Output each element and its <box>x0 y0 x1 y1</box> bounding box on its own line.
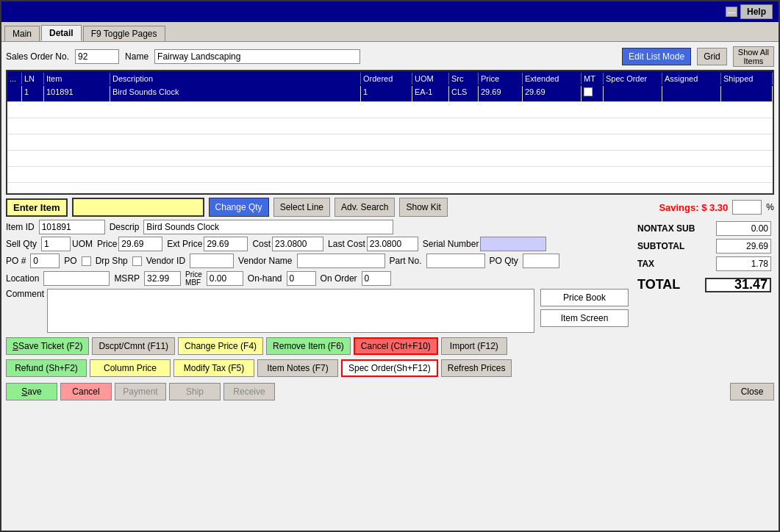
savings-text: Savings: $ 3.30 <box>659 202 728 213</box>
payment-button[interactable]: Payment <box>115 383 166 400</box>
ship-button[interactable]: Ship <box>169 383 221 400</box>
tab-detail[interactable]: Detail <box>41 25 82 41</box>
on-hand-label: On-hand <box>248 273 282 284</box>
cell-price: 29.69 <box>479 86 523 102</box>
tab-f9toggle[interactable]: F9 Toggle Pages <box>83 26 165 41</box>
price-book-button[interactable]: Price Book <box>540 289 629 306</box>
ext-price-input[interactable] <box>204 237 248 251</box>
msrp-input[interactable] <box>144 271 181 286</box>
last-cost-input[interactable] <box>367 237 418 251</box>
on-order-input[interactable] <box>362 271 391 286</box>
adv-search-button[interactable]: Adv. Search <box>334 198 395 217</box>
price-group: Price <box>97 237 162 251</box>
edit-list-mode-button[interactable]: Edit List Mode <box>622 48 691 65</box>
po-vendor-row: PO # PO Drp Shp Vendor ID Vendor Name Pa… <box>6 254 629 268</box>
sell-qty-input[interactable] <box>41 237 71 251</box>
action-row-2: Refund (Sh+F2) Column Price Modify Tax (… <box>6 359 774 377</box>
cell-spec-order <box>604 86 662 102</box>
cancel-button[interactable]: Cancel <box>60 383 112 400</box>
serial-number-input[interactable] <box>480 237 546 251</box>
location-input[interactable] <box>43 271 110 286</box>
col-uom: UOM <box>412 73 449 85</box>
tab-main[interactable]: Main <box>4 26 40 41</box>
main-content: Sales Order No. Name Edit List Mode Grid… <box>1 42 779 531</box>
nontax-sub-row: NONTAX SUB <box>634 220 774 237</box>
tax-value[interactable] <box>716 256 771 271</box>
total-value[interactable] <box>705 278 771 292</box>
enter-item-input[interactable] <box>72 198 204 217</box>
col-price: Price <box>479 73 523 85</box>
change-price-button[interactable]: Change Price (F4) <box>178 337 263 355</box>
help-button[interactable]: Help <box>740 4 773 19</box>
col-item: Item <box>44 73 110 85</box>
po-num-input[interactable] <box>30 254 60 268</box>
drp-shp-checkbox[interactable] <box>132 256 142 266</box>
show-all-items-button[interactable]: Show AllItems <box>733 46 774 67</box>
cancel-ctrl-f10-button[interactable]: Cancel (Ctrl+F10) <box>354 337 438 355</box>
sales-order-label: Sales Order No. <box>6 51 69 62</box>
subtotal-row: SUBTOTAL <box>634 237 774 255</box>
spec-order-button[interactable]: Spec Order(Sh+F12) <box>341 359 438 377</box>
close-button[interactable]: Close <box>730 383 774 400</box>
po-label: PO <box>64 256 76 266</box>
name-input[interactable] <box>154 49 360 64</box>
refund-button[interactable]: Refund (Sh+F2) <box>6 359 87 377</box>
empty-row <box>7 102 773 118</box>
savings-percent-input[interactable] <box>732 200 762 215</box>
vendor-id-label: Vendor ID <box>146 256 185 266</box>
import-f12-button[interactable]: Import (F12) <box>441 337 507 355</box>
item-id-row: Item ID Descrip <box>6 220 629 234</box>
grid-button[interactable]: Grid <box>697 48 727 65</box>
col-src: Src <box>449 73 479 85</box>
vendor-name-input[interactable] <box>297 254 385 268</box>
item-screen-button[interactable]: Item Screen <box>540 309 629 327</box>
po-num-label: PO # <box>6 256 26 266</box>
change-qty-button[interactable]: Change Qty <box>209 198 269 217</box>
col-shipped: Shipped <box>721 73 773 85</box>
item-id-input[interactable] <box>39 220 105 234</box>
descrip-input[interactable] <box>143 220 393 234</box>
cell-shipped <box>721 86 773 102</box>
part-no-input[interactable] <box>426 254 485 268</box>
location-row: Location MSRP PriceMBF On-hand On Order <box>6 270 629 287</box>
modify-tax-button[interactable]: Modify Tax (F5) <box>173 359 254 377</box>
show-kit-button[interactable]: Show Kit <box>399 198 447 217</box>
title-bar-controls: — Help <box>726 4 773 19</box>
col-ordered: Ordered <box>361 73 412 85</box>
sales-order-input[interactable] <box>75 49 119 64</box>
item-notes-button[interactable]: Item Notes (F7) <box>257 359 338 377</box>
price-mbf-input[interactable] <box>207 271 243 286</box>
minimize-button[interactable]: — <box>726 7 737 17</box>
price-label: Price <box>97 239 117 249</box>
receive-button[interactable]: Receive <box>223 383 275 400</box>
po-qty-input[interactable] <box>523 254 559 268</box>
title-bar: — Help <box>1 1 779 22</box>
nontax-sub-value[interactable] <box>716 221 771 236</box>
save-ticket-button[interactable]: SSave Ticket (F2) <box>6 337 89 355</box>
col-spec-order: Spec Order <box>604 73 662 85</box>
subtotal-value[interactable] <box>716 239 771 254</box>
empty-row <box>7 118 773 134</box>
cell-ln: 1 <box>22 86 44 102</box>
percent-label: % <box>766 202 774 212</box>
price-input[interactable] <box>118 237 162 251</box>
cost-label: Cost <box>252 239 271 249</box>
cell-assigned <box>662 86 721 102</box>
enter-item-row: Enter Item Change Qty Select Line Adv. S… <box>6 198 774 217</box>
po-checkbox[interactable] <box>82 256 91 266</box>
grid-header: ... LN Item Description Ordered UOM Src … <box>7 71 773 86</box>
col-dot: ... <box>7 73 22 85</box>
header-row: Sales Order No. Name Edit List Mode Grid… <box>6 46 774 67</box>
refresh-prices-button[interactable]: Refresh Prices <box>441 359 512 377</box>
table-row[interactable]: 1 101891 Bird Sounds Clock 1 EA-1 CLS 29… <box>7 86 773 102</box>
dscpt-cmnt-button[interactable]: Dscpt/Cmnt (F11) <box>92 337 175 355</box>
total-row: TOTAL <box>634 276 774 294</box>
remove-item-button[interactable]: Remove Item (F6) <box>266 337 351 355</box>
comment-textarea[interactable] <box>47 289 534 333</box>
column-price-button[interactable]: Column Price <box>90 359 171 377</box>
on-hand-input[interactable] <box>287 271 316 286</box>
vendor-id-input[interactable] <box>190 254 234 268</box>
select-line-button[interactable]: Select Line <box>273 198 330 217</box>
cost-input[interactable] <box>272 237 323 251</box>
save-button[interactable]: Save <box>6 383 57 400</box>
